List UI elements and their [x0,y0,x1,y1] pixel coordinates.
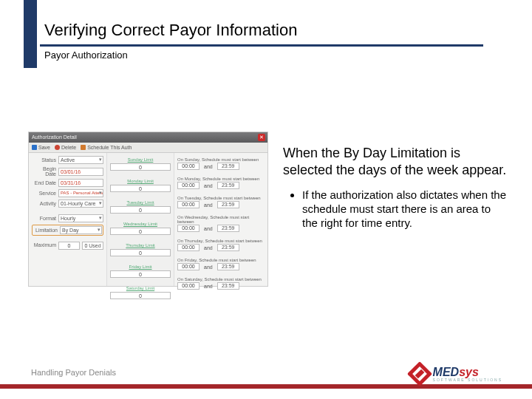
thursday-sched-label: On Thursday, Schedule must start between [177,239,265,243]
wednesday-from[interactable]: 00:00 [177,225,200,232]
save-label: Save [38,145,50,150]
footer-label: Handling Payor Denials [31,368,116,377]
footer-accent-line [0,384,532,389]
sunday-limit-label: Sunday Limit [110,157,171,162]
maximum-value[interactable]: 0 [58,242,80,250]
schedule-label: Schedule This Auth [87,145,132,150]
wednesday-sched-label: On Wednesday, Schedule must start betwee… [177,215,265,224]
saturday-from[interactable]: 00:00 [177,282,200,290]
window-titlebar: Authorization Detail ✕ [29,132,267,143]
window-body: StatusActive Begin Date03/01/16 End Date… [29,153,267,286]
activity-field[interactable]: 01-Hourly Care [58,200,103,208]
activity-label: Activity [32,201,58,206]
close-icon[interactable]: ✕ [258,134,265,141]
save-icon [32,145,37,150]
saturday-to[interactable]: 23:59 [217,282,239,290]
page-title: Verifying Correct Payor Information [40,21,483,47]
sunday-sched-label: On Sunday, Schedule must start between [177,157,265,162]
save-button[interactable]: Save [32,145,50,150]
end-date-field[interactable]: 03/31/16 [58,179,103,187]
begin-date-label: Begin Date [32,166,58,177]
lead-paragraph: When the By Day Limitation is selected t… [283,145,508,178]
medsys-logo: MEDsys SOFTWARE SOLUTIONS [411,365,502,383]
logo-brand-right: sys [459,366,479,378]
logo-icon [407,361,432,386]
wednesday-limit-label: Wednesday Limit [110,222,171,226]
logo-brand-left: MED [433,366,460,378]
monday-limit-field[interactable]: 0 [110,185,171,192]
saturday-limit-label: Saturday Limit [110,286,171,290]
sunday-from[interactable]: 00:00 [177,163,200,170]
maximum-used: 0 Used [82,242,103,250]
friday-to[interactable]: 23:59 [217,263,239,270]
status-field[interactable]: Active [58,156,103,164]
schedule-icon [81,145,86,150]
limitation-label: Limitation [33,228,60,233]
sunday-limit-field[interactable]: 0 [110,163,171,171]
content-text: When the By Day Limitation is selected t… [283,145,508,230]
tuesday-limit-label: Tuesday Limit [110,200,171,205]
service-label: Service [32,191,58,196]
bullet-item: If the authorization also dictates when … [302,188,508,230]
service-field[interactable]: PAS - Personal Attendant Serv [58,189,103,197]
delete-label: Delete [61,145,76,150]
schedule-button[interactable]: Schedule This Auth [81,145,132,150]
monday-from[interactable]: 00:00 [177,182,200,189]
delete-icon [55,145,60,150]
tuesday-sched-label: On Tuesday, Schedule must start between [177,196,265,200]
form-left-column: StatusActive Begin Date03/01/16 End Date… [29,153,106,286]
friday-limit-label: Friday Limit [110,265,171,269]
accent-bar [24,0,37,68]
authorization-detail-window: Authorization Detail ✕ Save Delete Sched… [28,132,268,287]
wednesday-to[interactable]: 23:59 [217,225,239,232]
saturday-limit-field[interactable]: 0 [110,292,171,299]
end-date-label: End Date [32,180,58,185]
day-limits-column: Sunday Limit0 Monday Limit0 Tuesday Limi… [106,153,174,286]
saturday-sched-label: On Saturday, Schedule must start between [177,277,265,282]
friday-from[interactable]: 00:00 [177,263,200,270]
maximum-label: Maximum [32,242,58,248]
delete-button[interactable]: Delete [55,145,76,150]
window-title: Authorization Detail [32,134,77,140]
sunday-to[interactable]: 23:59 [217,163,239,170]
monday-limit-label: Monday Limit [110,179,171,183]
begin-date-field[interactable]: 03/01/16 [58,168,103,176]
limitation-highlight: LimitationBy Day [32,225,103,236]
friday-sched-label: On Friday, Schedule must start between [177,258,265,262]
tuesday-from[interactable]: 00:00 [177,201,200,208]
friday-limit-field[interactable]: 0 [110,270,171,278]
bullet-list: If the authorization also dictates when … [283,188,508,230]
toolbar: Save Delete Schedule This Auth [29,143,267,153]
logo-text: MEDsys SOFTWARE SOLUTIONS [433,366,502,382]
limitation-field[interactable]: By Day [60,226,102,234]
thursday-from[interactable]: 00:00 [177,244,200,251]
tuesday-limit-field[interactable]: 0 [110,206,171,214]
tuesday-to[interactable]: 23:59 [217,201,239,208]
thursday-limit-field[interactable]: 0 [110,249,171,256]
thursday-limit-label: Thursday Limit [110,243,171,248]
status-label: Status [32,157,58,163]
page-subtitle: Payor Authorization [40,50,483,61]
logo-tagline: SOFTWARE SOLUTIONS [433,378,502,382]
wednesday-limit-field[interactable]: 0 [110,228,171,235]
format-field[interactable]: Hourly [58,214,103,222]
and-text: and [204,164,213,169]
slide: Verifying Correct Payor Information Payo… [0,0,532,399]
monday-to[interactable]: 23:59 [217,182,239,189]
thursday-to[interactable]: 23:59 [217,244,239,251]
format-label: Format [32,216,58,221]
monday-sched-label: On Monday, Schedule must start between [177,177,265,181]
schedule-time-column: On Sunday, Schedule must start between00… [174,153,267,286]
title-block: Verifying Correct Payor Information Payo… [40,21,483,61]
